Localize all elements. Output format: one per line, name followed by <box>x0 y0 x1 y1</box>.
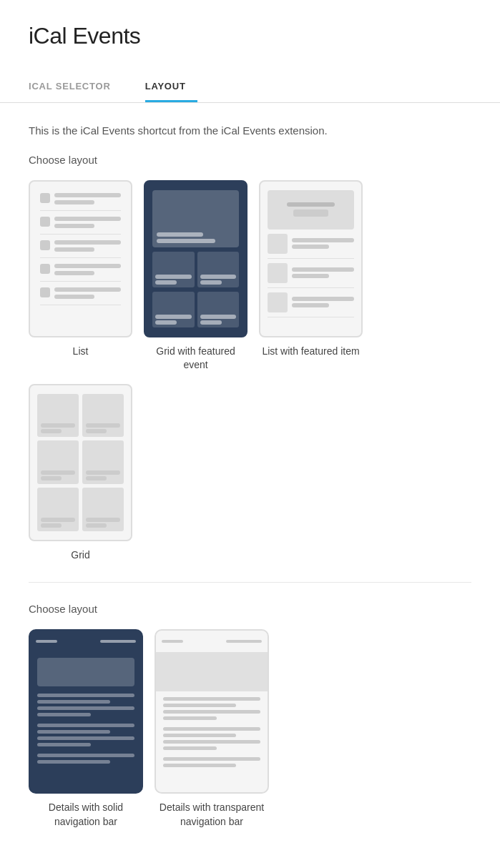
nav-bar-line <box>226 640 262 643</box>
list-item-feat <box>268 292 354 317</box>
mock-line <box>54 217 121 221</box>
details-nav-bar-transparent <box>156 631 268 652</box>
page-title: iCal Events <box>29 23 471 49</box>
nav-bar-line <box>162 640 183 643</box>
details-solid-frame <box>29 629 143 794</box>
mock-line <box>157 232 203 237</box>
choose-layout-label-1: Choose layout <box>29 154 471 166</box>
mock-line <box>292 267 354 272</box>
section-layout: This is the iCal Events shortcut from th… <box>0 103 500 582</box>
mock-dot <box>40 287 50 297</box>
page-header: iCal Events <box>0 0 500 61</box>
grid-item <box>152 252 195 287</box>
list-item-feat <box>268 263 354 288</box>
tabs-bar: ICAL SELECTOR LAYOUT <box>0 72 500 103</box>
tab-ical-selector[interactable]: ICAL SELECTOR <box>29 72 122 102</box>
detail-line <box>163 757 260 761</box>
grid-featured-event-label: Grid with featured event <box>144 345 247 373</box>
mock-lines <box>54 217 121 228</box>
detail-group <box>37 754 134 764</box>
layout-card-grid-featured-event[interactable]: Grid with featured event <box>144 180 247 373</box>
mock-line <box>54 193 121 197</box>
layout-card-details-solid[interactable]: Details with solid navigation bar <box>29 629 143 829</box>
grid-cell <box>82 394 124 438</box>
mock-line <box>54 224 94 228</box>
grid-cell <box>37 394 79 438</box>
mock-line <box>155 275 192 279</box>
mock-line <box>86 476 107 480</box>
mock-lines <box>54 193 121 204</box>
layout-card-list[interactable]: List <box>29 180 132 373</box>
detail-group <box>37 724 134 746</box>
mock-line <box>292 297 354 301</box>
feat-sq <box>268 292 288 312</box>
detail-line <box>163 746 217 750</box>
tab-layout[interactable]: LAYOUT <box>145 72 197 102</box>
list-card-frame <box>29 180 132 337</box>
details-transparent-label: Details with transparent navigation bar <box>155 801 269 829</box>
detail-line <box>37 736 134 740</box>
list-items-col <box>268 234 354 317</box>
mock-dot <box>40 240 50 250</box>
list-mock-item <box>40 193 121 211</box>
mock-line <box>41 523 62 528</box>
featured-top <box>268 190 354 230</box>
mock-line <box>54 295 94 299</box>
mock-line <box>54 200 94 204</box>
detail-line <box>163 697 260 701</box>
layout-card-list-featured-item[interactable]: List with featured item <box>259 180 363 373</box>
detail-line <box>37 754 134 757</box>
detail-line <box>37 713 91 716</box>
list-card-label: List <box>73 345 89 359</box>
detail-group <box>163 757 260 767</box>
mock-line <box>292 274 329 278</box>
mock-lines <box>292 238 354 249</box>
details-header-block <box>37 658 134 686</box>
details-options-grid: Details with solid navigation bar <box>29 629 471 829</box>
mock-line <box>41 429 62 433</box>
mock-line <box>200 275 237 279</box>
grid-label: Grid <box>71 548 89 563</box>
featured-block <box>152 190 239 247</box>
detail-line <box>163 764 236 767</box>
list-item-feat <box>268 234 354 259</box>
detail-line <box>163 734 236 737</box>
mock-line <box>155 320 177 325</box>
detail-line <box>163 704 236 707</box>
list-featured-item-frame <box>259 180 363 337</box>
mock-line <box>54 287 121 292</box>
detail-line <box>37 743 91 746</box>
mock-lines <box>54 287 121 299</box>
mock-line <box>155 280 177 285</box>
section-details: Choose layout <box>0 583 500 849</box>
mock-line <box>292 238 354 242</box>
grid-featured-preview <box>152 190 239 327</box>
mock-line <box>54 264 121 268</box>
detail-group <box>163 697 260 720</box>
feat-sq <box>268 234 288 254</box>
details-content-solid <box>30 652 142 792</box>
grid-frame <box>29 384 132 541</box>
mock-line <box>41 518 75 522</box>
mock-line <box>54 240 121 245</box>
nav-bar-line <box>100 640 136 643</box>
choose-layout-label-2: Choose layout <box>29 603 471 615</box>
mock-line <box>86 429 107 433</box>
mock-line <box>292 245 329 249</box>
grid-item <box>197 292 240 327</box>
mock-lines <box>292 297 354 307</box>
mock-line <box>54 271 94 275</box>
mock-line <box>86 523 107 528</box>
layout-card-details-transparent[interactable]: Details with transparent navigation bar <box>155 629 269 829</box>
mock-line <box>155 315 192 319</box>
mock-line <box>86 470 120 475</box>
mock-dot <box>40 264 50 274</box>
grid-cell <box>82 440 124 484</box>
grid-item <box>197 252 240 287</box>
layout-card-grid[interactable]: Grid <box>29 384 132 563</box>
detail-group <box>163 727 260 750</box>
detail-line <box>37 694 134 697</box>
mock-lines <box>292 267 354 278</box>
mock-line <box>157 239 215 243</box>
detail-line <box>163 716 217 720</box>
